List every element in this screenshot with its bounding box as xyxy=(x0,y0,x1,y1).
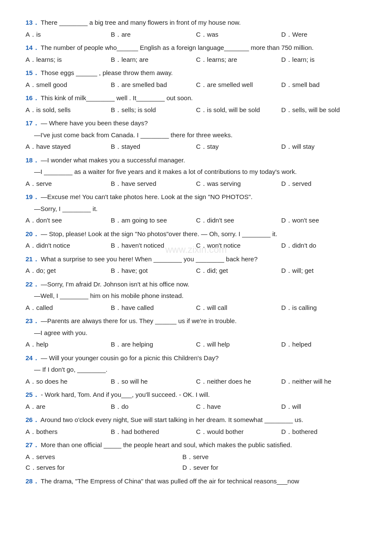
option-10-3: D．is calling xyxy=(281,302,366,313)
question-14: 26． Around two o'clock every night, Sue … xyxy=(26,414,366,437)
option-14-2: C．would bother xyxy=(196,426,281,437)
question-16: 28． The drama, "The Empress of China" th… xyxy=(26,476,366,487)
option-2-2: C．learns; are xyxy=(196,54,281,65)
option-15-3: D．sever for xyxy=(182,462,339,473)
dialog2-12: — If I don't go, ________. xyxy=(34,364,366,375)
q-num-2: 14． xyxy=(26,44,39,51)
option-7-2: C．didn't see xyxy=(196,215,281,226)
option-2-1: B．learn; are xyxy=(111,54,196,65)
dialog2-10: —Well, I ________ him on his mobile phon… xyxy=(34,290,366,301)
option-4-0: A．is sold, sells xyxy=(26,104,111,116)
options-row-12: A．so does heB．so will heC．neither does h… xyxy=(26,376,366,387)
options-row-7: A．don't seeB．am going to seeC．didn't see… xyxy=(26,215,366,226)
option-4-1: B．sells; is sold xyxy=(111,104,196,116)
option-6-1: B．have served xyxy=(111,178,196,189)
option-6-3: D．served xyxy=(281,178,366,189)
q-num-4: 16． xyxy=(26,94,39,101)
option-15-2: C．serves for xyxy=(26,462,182,473)
question-11: 23． —Parents are always there for us. Th… xyxy=(26,315,366,350)
option-10-2: C．will call xyxy=(196,302,281,313)
options-row-11: A．helpB．are helpingC．will helpD．helped xyxy=(26,339,366,350)
question-9: 21． What a surprise to see you here! Whe… xyxy=(26,254,366,276)
question-15: 27． More than one official _____ the peo… xyxy=(26,439,366,473)
question-1: 13． There ________ a big tree and many f… xyxy=(26,17,366,40)
option-13-0: A．are xyxy=(26,401,111,412)
option-8-2: C．won't notice xyxy=(196,240,281,251)
option-9-0: A．do; get xyxy=(26,265,111,276)
option-1-1: B．are xyxy=(111,29,196,40)
options-row-13: A．areB．doC．haveD．will xyxy=(26,401,366,412)
q-num-14: 26． xyxy=(26,416,39,423)
option-11-3: D．helped xyxy=(281,339,366,350)
options-row-8: A．didn't noticeB．haven't noticedC．won't … xyxy=(26,240,366,251)
option-8-0: A．didn't notice xyxy=(26,240,111,251)
option-7-3: D．won't see xyxy=(281,215,366,226)
option-5-0: A．have stayed xyxy=(26,141,111,152)
option-2-3: D．learn; is xyxy=(281,54,366,65)
option-4-2: C．is sold, will be sold xyxy=(196,104,281,116)
option-12-0: A．so does he xyxy=(26,376,111,387)
q-num-15: 27． xyxy=(26,441,39,448)
question-13: 25． - Work hard, Tom. And if you___, you… xyxy=(26,389,366,412)
question-5: 17． — Where have you been these days?—I'… xyxy=(26,118,366,152)
option-6-2: C．was serving xyxy=(196,178,281,189)
option-12-3: D．neither will he xyxy=(281,376,366,387)
q-num-10: 22． xyxy=(26,280,39,288)
option-9-3: D．will; get xyxy=(281,265,366,276)
option-15-1: B．serve xyxy=(182,451,339,462)
q-num-8: 20． xyxy=(26,230,39,237)
option-10-1: B．have called xyxy=(111,302,196,313)
option-11-0: A．help xyxy=(26,339,111,350)
question-7: 19． —Excuse me! You can't take photos he… xyxy=(26,191,366,226)
q-num-3: 15． xyxy=(26,69,39,76)
q-num-12: 24． xyxy=(26,354,39,361)
option-13-1: B．do xyxy=(111,401,196,412)
options-row-2: A．learns; isB．learn; areC．learns; areD．l… xyxy=(26,54,366,65)
option-8-3: D．didn't do xyxy=(281,240,366,251)
option-9-2: C．did; get xyxy=(196,265,281,276)
option-2-0: A．learns; is xyxy=(26,54,111,65)
options-row-4: A．is sold, sellsB．sells; is soldC．is sol… xyxy=(26,104,366,116)
option-6-0: A．serve xyxy=(26,178,111,189)
option-3-3: D．smell bad xyxy=(281,79,366,90)
q-num-16: 28． xyxy=(26,477,39,485)
dialog2-7: —Sorry, I ________ it. xyxy=(34,203,366,214)
option-1-3: D．Were xyxy=(281,29,366,40)
option-7-0: A．don't see xyxy=(26,215,111,226)
option-15-0: A．serves xyxy=(26,451,182,462)
option-3-2: C．are smelled well xyxy=(196,79,281,90)
option-1-0: A．is xyxy=(26,29,111,40)
options-row-9: A．do; getB．have; gotC．did; getD．will; ge… xyxy=(26,265,366,276)
option-14-3: D．bothered xyxy=(281,426,366,437)
option-11-1: B．are helping xyxy=(111,339,196,350)
q-num-5: 17． xyxy=(26,119,39,127)
dialog2-11: —I agree with you. xyxy=(34,327,366,338)
option-14-1: B．had bothered xyxy=(111,426,196,437)
questions-container: 13． There ________ a big tree and many f… xyxy=(26,17,366,486)
q-num-11: 23． xyxy=(26,317,39,324)
options-row-5: A．have stayedB．stayedC．stayD．will stay xyxy=(26,141,366,152)
q-num-1: 13． xyxy=(26,19,39,26)
question-4: 16． This kink of milk________ well . It_… xyxy=(26,92,366,115)
option-12-2: C．neither does he xyxy=(196,376,281,387)
option-5-3: D．will stay xyxy=(281,141,366,152)
q-num-6: 18． xyxy=(26,156,39,164)
option-3-0: A．smell good xyxy=(26,79,111,90)
question-8: 20． — Stop, please! Look at the sign "No… xyxy=(26,228,366,251)
question-6: 18． —I wonder what makes you a successfu… xyxy=(26,155,366,189)
option-10-0: A．called xyxy=(26,302,111,313)
option-9-1: B．have; got xyxy=(111,265,196,276)
options-row-3: A．smell goodB．are smelled badC．are smell… xyxy=(26,79,366,90)
question-12: 24． — Will your younger cousin go for a … xyxy=(26,353,366,387)
option-3-1: B．are smelled bad xyxy=(111,79,196,90)
option-1-2: C．was xyxy=(196,29,281,40)
option-4-3: D．sells, will be sold xyxy=(281,104,366,116)
option-8-1: B．haven't noticed xyxy=(111,240,196,251)
dialog2-5: —I've just come back from Canada. I ____… xyxy=(34,130,366,141)
q-num-13: 25． xyxy=(26,391,39,398)
option-11-2: C．will help xyxy=(196,339,281,350)
options-row-14: A．bothersB．had botheredC．would botherD．b… xyxy=(26,426,366,437)
option-7-1: B．am going to see xyxy=(111,215,196,226)
q-num-7: 19． xyxy=(26,193,39,200)
option-14-0: A．bothers xyxy=(26,426,111,437)
